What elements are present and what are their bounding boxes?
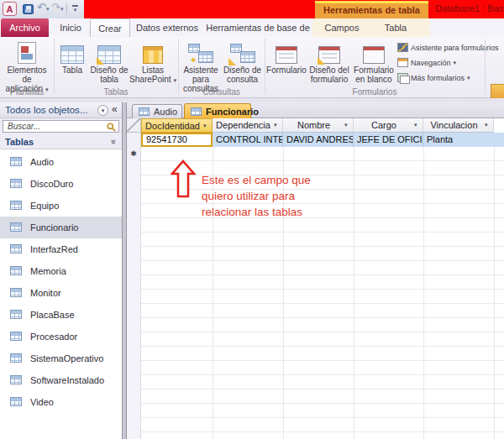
grid-line [354, 147, 354, 439]
nav-item-procesador[interactable]: Procesador [0, 326, 122, 348]
customize-quick-access-button[interactable]: ▾ [71, 3, 80, 14]
elementos-de-aplicacion-button[interactable]: Elementos de aplicación ▾ [3, 39, 51, 87]
asistente-consultas-button[interactable]: ✦ Asistente para consultas [180, 39, 222, 87]
table-design-icon [97, 45, 121, 64]
navigation-form-icon [397, 58, 408, 67]
nav-item-equipo[interactable]: Equipo [0, 195, 122, 217]
navigation-pane: Todos los objetos... ▾ « Tablas « Audio … [0, 102, 123, 439]
nav-item-interfazred[interactable]: InterfazRed [0, 238, 122, 260]
asistente-formularios-button[interactable]: Asistente para formularios [397, 40, 485, 55]
redo-icon[interactable]: ↷▾ [51, 1, 63, 13]
navegacion-button[interactable]: Navegación ▾ [397, 55, 485, 70]
filter-dropdown-icon[interactable]: ▾ [203, 123, 212, 129]
grid-line [494, 147, 495, 439]
ribbon-tab-datos-externos[interactable]: Datos externos [132, 18, 202, 37]
diseno-formulario-button[interactable]: Diseño del formulario [307, 39, 352, 87]
query-design-icon [230, 44, 255, 64]
tabla-button[interactable]: Tabla [55, 39, 89, 87]
nav-search-row [0, 118, 122, 134]
column-header-docidentidad[interactable]: DocIdentidad ▾ [141, 118, 213, 133]
table-icon [10, 310, 22, 319]
nav-item-monitor[interactable]: Monitor [0, 282, 122, 304]
group-consultas: ✦ Asistente para consultas Diseño de con… [178, 37, 265, 98]
column-header-nombre[interactable]: Nombre ▾ [283, 118, 354, 133]
search-input[interactable] [3, 120, 119, 133]
table-icon [10, 222, 22, 232]
grid-line [423, 147, 424, 439]
formulario-blanco-button[interactable]: Formulario en blanco [352, 39, 396, 87]
group-label-consultas: Consultas [178, 87, 265, 97]
nav-item-memoria[interactable]: Memoria [0, 260, 122, 282]
application-parts-icon [18, 42, 36, 64]
sharepoint-lists-icon [143, 46, 163, 64]
nav-pane-menu-icon[interactable]: ▾ [97, 105, 108, 116]
table-icon [10, 157, 22, 166]
table-icon [60, 45, 84, 64]
tables-section-label: Tablas [5, 137, 34, 147]
group-tablas: Tabla Diseño de tabla Listas SharePoint … [54, 37, 178, 98]
cell-nombre[interactable]: DAVID ANDRES [283, 133, 354, 147]
blank-form-icon [363, 46, 385, 64]
selected-row[interactable]: CONTROL INTE DAVID ANDRES JEFE DE OFICIN… [213, 133, 504, 147]
ribbon-tab-archivo[interactable]: Archivo [1, 18, 49, 37]
access-app-icon: A [3, 2, 17, 16]
diseno-de-tabla-button[interactable]: Diseño de tabla [89, 39, 129, 87]
filter-dropdown-icon[interactable]: ▾ [344, 122, 353, 128]
ribbon-tab-campos[interactable]: Campos [316, 18, 368, 37]
filter-dropdown-icon[interactable]: ▾ [414, 122, 423, 128]
query-wizard-icon: ✦ [188, 44, 213, 64]
table-icon [10, 375, 22, 384]
diseno-consulta-button[interactable]: Diseño de consulta [222, 39, 263, 87]
annotation-text: Este es el campo que quiero utilizar par… [202, 172, 311, 220]
group-label-tablas: Tablas [54, 87, 178, 97]
ribbon-tab-row: Archivo Inicio Crear Datos externos Herr… [0, 18, 504, 37]
save-icon[interactable] [23, 4, 34, 14]
cell-docidentidad[interactable]: 92541730 [141, 133, 213, 147]
tables-section-header[interactable]: Tablas « [0, 134, 122, 149]
table-icon [10, 332, 22, 341]
nav-pane-header[interactable]: Todos los objetos... ▾ « [0, 102, 122, 118]
group-label-plantillas: Plantillas [0, 87, 54, 97]
mas-formularios-button[interactable]: Más formularios ▾ [397, 71, 485, 85]
column-header-dependencia[interactable]: Dependencia ▾ [213, 118, 283, 133]
select-all-corner[interactable] [127, 118, 141, 133]
column-header-vinculacion[interactable]: Vinculacion ▾ [423, 118, 494, 133]
search-icon[interactable] [107, 123, 116, 132]
nav-table-list: Audio DiscoDuro Equipo Funcionario Inter… [0, 149, 122, 439]
table-icon [10, 179, 22, 188]
cell-dependencia[interactable]: CONTROL INTE [213, 133, 283, 147]
nav-item-funcionario[interactable]: Funcionario [0, 217, 122, 238]
filter-dropdown-icon[interactable]: ▾ [274, 122, 282, 128]
undo-icon[interactable]: ↶▾ [37, 1, 49, 13]
nav-item-placabase[interactable]: PlacaBase [0, 304, 122, 326]
nav-item-sistemaoperativo[interactable]: SistemaOperativo [0, 348, 122, 369]
formulario-button[interactable]: Formulario [266, 39, 307, 87]
listas-sharepoint-button[interactable]: Listas SharePoint ▾ [129, 39, 176, 87]
section-collapse-icon[interactable]: « [108, 139, 118, 144]
row-selector[interactable] [127, 133, 141, 147]
title-bar: A ↶▾ ↷▾ ▾ Herramientas de tabla Database… [0, 0, 504, 18]
cell-vinculacion[interactable]: Planta [423, 133, 494, 147]
nav-item-discoduro[interactable]: DiscoDuro [0, 173, 122, 195]
table-icon [139, 107, 150, 116]
group-plantillas: Elementos de aplicación ▾ Plantillas [0, 37, 54, 98]
new-record-selector[interactable]: ✱ [127, 147, 141, 161]
ribbon-tab-tabla[interactable]: Tabla [370, 18, 422, 37]
nav-item-softwareinstalado[interactable]: SoftwareInstalado [0, 369, 122, 391]
column-header-cargo[interactable]: Cargo ▾ [354, 118, 423, 133]
ribbon-tab-crear[interactable]: Crear [90, 18, 130, 37]
tab-audio[interactable]: Audio [132, 104, 182, 118]
nav-item-video[interactable]: Video [0, 391, 122, 413]
tab-funcionario[interactable]: Funcionario [184, 103, 251, 118]
form-wizard-icon [397, 43, 408, 52]
filter-dropdown-icon[interactable]: ▾ [485, 122, 493, 128]
nav-item-audio[interactable]: Audio [0, 151, 122, 173]
cell-cargo[interactable]: JEFE DE OFICIN [354, 133, 423, 147]
table-icon [10, 244, 22, 253]
ribbon-tab-inicio[interactable]: Inicio [52, 18, 89, 37]
window-title: Database1 : Base de dato [435, 3, 504, 13]
table-icon [10, 201, 22, 210]
group-divider [485, 39, 486, 94]
ribbon-tab-herramientas-bd[interactable]: Herramientas de base de datos [204, 18, 312, 37]
nav-pane-collapse-button[interactable]: « [112, 103, 118, 115]
